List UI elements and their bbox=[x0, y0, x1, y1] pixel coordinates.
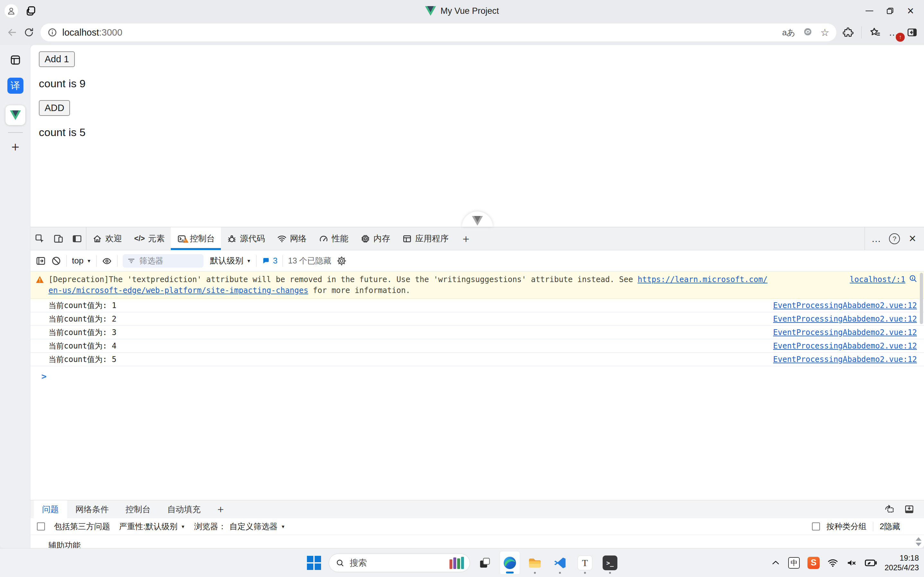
drawer-tab-autofill[interactable]: 自动填充 bbox=[159, 500, 209, 518]
taskbar-terminal-button[interactable]: >_ bbox=[600, 551, 620, 575]
favorites-hub-icon[interactable] bbox=[869, 27, 881, 38]
filter-placeholder: 筛选器 bbox=[139, 255, 163, 266]
add1-button[interactable]: Add 1 bbox=[39, 52, 75, 67]
devtools-tab-application[interactable]: 应用程序 bbox=[396, 227, 455, 250]
devtools-help-icon[interactable]: ? bbox=[885, 233, 903, 244]
third-party-checkbox[interactable] bbox=[37, 522, 45, 530]
battery-saver-icon[interactable] bbox=[864, 558, 877, 568]
dock-side-icon[interactable] bbox=[68, 227, 86, 250]
issue-magnifier-icon[interactable] bbox=[909, 274, 918, 283]
sidebar-tab-vue-active[interactable] bbox=[5, 105, 25, 125]
log-level-selector[interactable]: 默认级别 ▼ bbox=[210, 255, 251, 266]
clock-time: 19:18 bbox=[900, 554, 919, 562]
devtools-tab-elements[interactable]: </> 元素 bbox=[128, 227, 171, 250]
address-bar[interactable]: localhost:3000 aあ ☆ bbox=[40, 23, 836, 41]
settings-more-icon[interactable]: … ↑ bbox=[889, 27, 899, 38]
taskbar-vscode-button[interactable] bbox=[550, 551, 570, 575]
taskbar-edge-button[interactable] bbox=[500, 551, 520, 575]
translate-icon[interactable]: aあ bbox=[782, 27, 795, 38]
extensions-icon[interactable] bbox=[843, 27, 854, 38]
inspect-element-icon[interactable] bbox=[31, 227, 49, 250]
drawer-tabbar: 问题 网络条件 控制台 自动填充 ＋ bbox=[31, 500, 924, 518]
devtools-more-tabs-button[interactable]: ＋ bbox=[455, 227, 477, 250]
sidebar-divider bbox=[8, 132, 23, 133]
drawer-more-tools-button[interactable]: ＋ bbox=[209, 500, 232, 518]
group-by-kind-label: 按种类分组 bbox=[826, 521, 866, 532]
log-source-link[interactable]: EventProcessingAbabdemo2.vue:12 bbox=[773, 355, 917, 364]
site-info-icon[interactable] bbox=[47, 27, 57, 37]
favorite-star-icon[interactable]: ☆ bbox=[820, 27, 829, 39]
read-aloud-icon[interactable] bbox=[803, 27, 813, 38]
device-toolbar-icon[interactable] bbox=[49, 227, 68, 250]
devtools-tab-network[interactable]: 网络 bbox=[271, 227, 313, 250]
page-content: Add 1 count is 9 ADD count is 5 bbox=[31, 45, 924, 227]
taskbar-explorer-button[interactable] bbox=[525, 551, 545, 575]
log-source-link[interactable]: EventProcessingAbabdemo2.vue:12 bbox=[773, 342, 917, 350]
vue-devtools-pill[interactable] bbox=[462, 211, 493, 227]
terminal-icon: >_ bbox=[603, 556, 618, 570]
tab-actions-icon[interactable] bbox=[9, 54, 21, 66]
severity-selector[interactable]: 严重性:默认级别 ▼ bbox=[119, 521, 185, 532]
wifi-icon[interactable] bbox=[827, 558, 838, 568]
clear-console-icon[interactable] bbox=[51, 256, 61, 266]
minimize-button[interactable] bbox=[859, 1, 880, 21]
start-button[interactable] bbox=[304, 551, 324, 575]
vertical-tab-sidebar: 译 ＋ bbox=[0, 45, 31, 548]
console-sidebar-toggle-icon[interactable] bbox=[35, 256, 46, 266]
active-tab-title[interactable]: My Vue Project bbox=[425, 6, 499, 16]
typora-icon: T bbox=[577, 556, 592, 570]
warning-source-link[interactable]: localhost/:1 bbox=[850, 274, 905, 285]
restore-button[interactable] bbox=[880, 1, 900, 21]
browser-filter-selector[interactable]: 浏览器： 自定义筛选器 ▼ bbox=[194, 521, 285, 532]
add-button[interactable]: ADD bbox=[39, 100, 70, 116]
clipped-issue-row: 辅助功能 bbox=[31, 535, 924, 548]
console-log-row: 当前count值为: 3 EventProcessingAbabdemo2.vu… bbox=[31, 326, 924, 339]
close-window-button[interactable]: × bbox=[900, 1, 921, 21]
volume-muted-icon[interactable] bbox=[846, 558, 857, 568]
running-indicator bbox=[609, 572, 611, 574]
console-scrollbar-thumb[interactable] bbox=[920, 273, 923, 324]
drawer-tab-console[interactable]: 控制台 bbox=[117, 500, 159, 518]
devtools-close-icon[interactable]: × bbox=[903, 232, 921, 245]
tray-chevron-up-icon[interactable] bbox=[771, 558, 780, 568]
devtools-tab-performance[interactable]: 性能 bbox=[313, 227, 355, 250]
taskbar-typora-button[interactable]: T bbox=[575, 551, 595, 575]
deprecation-warning-row: [Deprecation]The 'textprediction' attrib… bbox=[31, 271, 924, 299]
console-prompt[interactable]: > bbox=[31, 366, 924, 381]
refresh-icon[interactable] bbox=[24, 27, 34, 37]
console-settings-gear-icon[interactable] bbox=[337, 256, 347, 266]
new-tab-button[interactable]: ＋ bbox=[9, 140, 22, 153]
expand-drawer-icon[interactable] bbox=[904, 504, 914, 514]
devtools-tab-memory[interactable]: 内存 bbox=[355, 227, 396, 250]
taskbar-search[interactable]: 搜索 bbox=[329, 554, 470, 572]
scroll-down-icon bbox=[916, 543, 921, 546]
devtools-tab-sources[interactable]: 源代码 bbox=[221, 227, 271, 250]
context-selector[interactable]: top ▼ bbox=[72, 256, 91, 266]
taskbar-clock[interactable]: 19:18 2025/4/23 bbox=[885, 553, 919, 572]
drawer-scroll-arrows[interactable] bbox=[916, 537, 921, 546]
drawer-restore-icon[interactable] bbox=[884, 504, 895, 514]
back-icon[interactable] bbox=[6, 27, 17, 38]
workspaces-icon[interactable] bbox=[25, 5, 37, 17]
hidden-messages-label[interactable]: 13 个已隐藏 bbox=[288, 255, 331, 266]
ime-indicator[interactable]: 中 bbox=[788, 557, 800, 569]
devtools-tab-welcome[interactable]: 欢迎 bbox=[86, 227, 128, 250]
task-view-button[interactable] bbox=[474, 551, 495, 575]
console-filter-input[interactable]: 筛选器 bbox=[123, 254, 203, 268]
message-count[interactable]: 3 bbox=[262, 256, 277, 266]
copilot-sidebar-icon[interactable] bbox=[907, 27, 918, 38]
group-by-kind-checkbox[interactable] bbox=[812, 522, 820, 530]
sogou-icon[interactable]: S bbox=[808, 557, 820, 569]
log-message: 当前count值为: 3 bbox=[48, 327, 773, 338]
log-source-link[interactable]: EventProcessingAbabdemo2.vue:12 bbox=[773, 314, 917, 324]
devtools-menu-icon[interactable]: … bbox=[868, 233, 885, 244]
log-source-link[interactable]: EventProcessingAbabdemo2.vue:12 bbox=[773, 301, 917, 310]
drawer-tab-issues-active[interactable]: 问题 bbox=[34, 500, 67, 518]
live-expression-eye-icon[interactable] bbox=[102, 256, 112, 266]
sidebar-tab-translate[interactable]: 译 bbox=[7, 78, 23, 94]
log-source-link[interactable]: EventProcessingAbabdemo2.vue:12 bbox=[773, 328, 917, 337]
devtools-tab-console-active[interactable]: 控制台 bbox=[171, 227, 221, 250]
hidden-issues-count[interactable]: 2隐藏 bbox=[880, 521, 900, 532]
profile-avatar-icon[interactable] bbox=[5, 4, 18, 18]
drawer-tab-network-conditions[interactable]: 网络条件 bbox=[67, 500, 117, 518]
